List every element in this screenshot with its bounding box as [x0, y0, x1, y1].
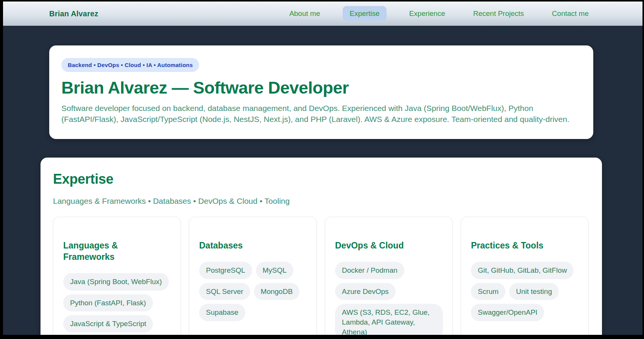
skill-chip: JavaScript & TypeScript [63, 315, 153, 333]
skill-chip: Java (Spring Boot, WebFlux) [63, 273, 169, 291]
skill-card-devops-cloud: DevOps & Cloud Docker / Podman Azure Dev… [325, 217, 453, 335]
chip-list: Java (Spring Boot, WebFlux) Python (Fast… [63, 273, 171, 333]
skill-chip: Azure DevOps [335, 283, 396, 300]
hero-card: Backend • DevOps • Cloud • IA • Automati… [49, 45, 593, 139]
nav-item-contact-me[interactable]: Contact me [547, 6, 594, 21]
skill-chip: Docker / Podman [335, 262, 404, 279]
skill-card-title: Practices & Tools [471, 240, 579, 252]
expertise-cards-row: Languages & Frameworks Java (Spring Boot… [53, 217, 589, 335]
skill-chip: Supabase [199, 304, 245, 321]
skill-card-title: Databases [199, 240, 307, 252]
hero-title: Brian Alvarez — Software Developer [61, 78, 580, 98]
brand-link[interactable]: Brian Alvarez [49, 9, 98, 18]
skill-card-title: DevOps & Cloud [335, 240, 443, 252]
skill-chip: AWS (S3, RDS, EC2, Glue, Lambda, API Gat… [335, 304, 443, 335]
chip-list: PostgreSQL MySQL SQL Server MongoDB Supa… [199, 262, 307, 321]
nav-item-expertise[interactable]: Expertise [343, 6, 386, 21]
expertise-section-title: Expertise [53, 171, 589, 187]
skill-chip: Python (FastAPI, Flask) [63, 294, 153, 312]
skill-card-practices-tools: Practices & Tools Git, GitHub, GitLab, G… [461, 217, 589, 335]
skill-card-title: Languages & Frameworks [63, 240, 171, 263]
skill-chip: Git, GitHub, GitLab, GitFlow [471, 262, 574, 279]
hero-description: Software developer focused on backend, d… [61, 103, 580, 125]
nav-item-about-me[interactable]: About me [284, 6, 325, 21]
skill-chip: Scrum [471, 283, 505, 300]
top-navbar: Brian Alvarez About me Expertise Experie… [3, 2, 642, 26]
skill-chip: Unit testing [509, 283, 559, 300]
chip-list: Docker / Podman Azure DevOps AWS (S3, RD… [335, 262, 443, 335]
page-background: Brian Alvarez About me Expertise Experie… [3, 2, 642, 335]
expertise-section: Expertise Languages & Frameworks • Datab… [41, 158, 602, 335]
hero-badge: Backend • DevOps • Cloud • IA • Automati… [61, 58, 199, 72]
nav-item-recent-projects[interactable]: Recent Projects [468, 6, 529, 21]
skill-chip: MySQL [256, 262, 293, 279]
skill-chip: PostgreSQL [199, 262, 252, 279]
expertise-section-subtitle: Languages & Frameworks • Databases • Dev… [53, 197, 589, 206]
chip-list: Git, GitHub, GitLab, GitFlow Scrum Unit … [471, 262, 579, 321]
skill-card-databases: Databases PostgreSQL MySQL SQL Server Mo… [189, 217, 317, 335]
skill-chip: SQL Server [199, 283, 250, 300]
skill-chip: MongoDB [254, 283, 300, 300]
skill-card-languages-frameworks: Languages & Frameworks Java (Spring Boot… [53, 217, 181, 335]
nav-item-experience[interactable]: Experience [404, 6, 451, 21]
skill-chip: Swagger/OpenAPI [471, 304, 544, 321]
nav-links: About me Expertise Experience Recent Pro… [284, 9, 594, 18]
